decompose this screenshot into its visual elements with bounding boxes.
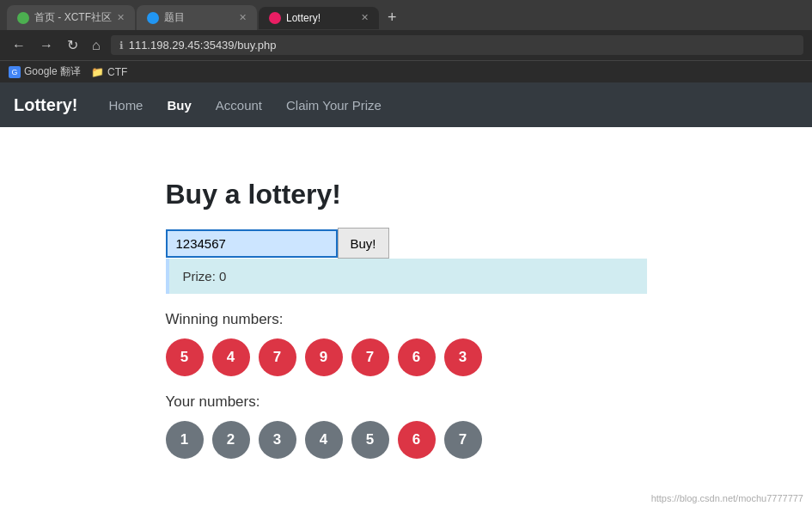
- tab2-favicon: [147, 12, 159, 24]
- your-ball-1: 2: [212, 421, 250, 459]
- prize-text: Prize: 0: [183, 269, 227, 283]
- page-title: Buy a lottery!: [166, 179, 647, 210]
- tab3-favicon: [269, 12, 281, 24]
- app-navbar: Lottery! Home Buy Account Claim Your Pri…: [0, 82, 812, 127]
- nav-account[interactable]: Account: [205, 91, 272, 119]
- tab2-label: 题目: [164, 10, 185, 25]
- google-icon: G: [9, 66, 21, 78]
- watermark: https://blog.csdn.net/mochu7777777: [651, 493, 803, 500]
- winning-ball-1: 4: [212, 338, 250, 376]
- winning-ball-0: 5: [166, 338, 204, 376]
- lottery-box: Buy a lottery! Buy! Prize: 0 Winning num…: [166, 179, 647, 466]
- your-ball-4: 5: [351, 421, 389, 459]
- your-ball-6: 7: [444, 421, 482, 459]
- tab1-favicon: [17, 12, 29, 24]
- address-text: 111.198.29.45:35439/buy.php: [129, 39, 277, 52]
- tab-2[interactable]: 题目 ✕: [137, 5, 257, 30]
- your-numbers-row: 1 2 3 4 5 6 7: [166, 421, 647, 459]
- winning-label: Winning numbers:: [166, 311, 647, 328]
- buy-form-wrapper: Buy! Prize: 0: [166, 228, 647, 294]
- nav-claim[interactable]: Claim Your Prize: [276, 91, 392, 119]
- tab3-close[interactable]: ✕: [361, 12, 369, 23]
- nav-home[interactable]: Home: [98, 91, 153, 119]
- winning-ball-6: 3: [444, 338, 482, 376]
- lottery-input[interactable]: [166, 229, 338, 258]
- your-ball-3: 4: [305, 421, 343, 459]
- tab1-close[interactable]: ✕: [117, 12, 125, 23]
- bookmark-google[interactable]: G Google 翻译: [9, 64, 81, 79]
- folder-icon: 📁: [91, 66, 104, 78]
- tab-bar: 首页 - XCTF社区 ✕ 题目 ✕ Lottery! ✕ +: [0, 0, 812, 30]
- your-ball-5: 6: [398, 421, 436, 459]
- address-bar[interactable]: ℹ 111.198.29.45:35439/buy.php: [111, 35, 803, 55]
- home-button[interactable]: ⌂: [89, 36, 104, 55]
- forward-button[interactable]: →: [36, 36, 57, 55]
- winning-ball-4: 7: [351, 338, 389, 376]
- new-tab-button[interactable]: +: [381, 5, 404, 30]
- winning-numbers-row: 5 4 7 9 7 6 3: [166, 338, 647, 376]
- tab1-label: 首页 - XCTF社区: [34, 10, 112, 25]
- address-bar-row: ← → ↻ ⌂ ℹ 111.198.29.45:35439/buy.php: [0, 30, 812, 60]
- tab2-close[interactable]: ✕: [239, 12, 247, 23]
- prize-banner: Prize: 0: [166, 259, 647, 294]
- your-ball-2: 3: [259, 421, 296, 459]
- lock-icon: ℹ: [119, 40, 124, 52]
- tab-1[interactable]: 首页 - XCTF社区 ✕: [7, 5, 135, 30]
- tab-3[interactable]: Lottery! ✕: [259, 7, 379, 29]
- buy-button[interactable]: Buy!: [338, 228, 389, 259]
- buy-form: Buy!: [166, 228, 647, 259]
- back-button[interactable]: ←: [9, 36, 29, 55]
- your-ball-0: 1: [166, 421, 204, 459]
- winning-ball-2: 7: [259, 338, 296, 376]
- app-brand: Lottery!: [14, 95, 77, 115]
- page-content: Buy a lottery! Buy! Prize: 0 Winning num…: [0, 127, 812, 500]
- nav-links: Home Buy Account Claim Your Prize: [98, 91, 391, 119]
- winning-ball-5: 6: [398, 338, 436, 376]
- bookmark-google-label: Google 翻译: [24, 64, 81, 79]
- refresh-button[interactable]: ↻: [64, 35, 82, 55]
- bookmark-ctf-label: CTF: [107, 66, 127, 78]
- your-label: Your numbers:: [166, 393, 647, 411]
- bookmarks-bar: G Google 翻译 📁 CTF: [0, 60, 812, 82]
- nav-buy[interactable]: Buy: [156, 91, 201, 119]
- winning-ball-3: 9: [305, 338, 343, 376]
- bookmark-ctf[interactable]: 📁 CTF: [91, 66, 127, 78]
- browser-chrome: 首页 - XCTF社区 ✕ 题目 ✕ Lottery! ✕ + ← → ↻ ⌂ …: [0, 0, 812, 82]
- tab3-label: Lottery!: [286, 12, 321, 24]
